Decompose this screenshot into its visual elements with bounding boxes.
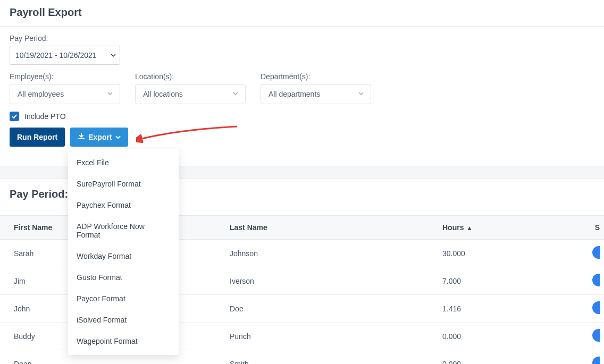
departments-label: Department(s): (261, 72, 371, 81)
cell-action[interactable] (574, 240, 604, 267)
locations-select[interactable]: All locations (135, 84, 246, 104)
action-pill-icon (592, 357, 600, 364)
cell-hours: 30.000 (436, 240, 574, 267)
employees-label: Employee(s): (10, 72, 120, 81)
cell-last-name: Johnson (223, 240, 436, 267)
employees-value: All employees (18, 90, 64, 98)
export-option[interactable]: Excel File (68, 152, 179, 173)
download-icon (78, 133, 85, 142)
action-pill-icon (592, 246, 600, 259)
export-option[interactable]: Gusto Format (68, 267, 179, 288)
export-button[interactable]: Export (70, 128, 128, 147)
pay-period-select[interactable]: 10/19/2021 - 10/26/2021 (10, 46, 120, 65)
action-pill-icon (592, 274, 600, 286)
cell-last-name: Smith (223, 350, 436, 365)
action-pill-icon (592, 329, 600, 342)
include-pto-label: Include PTO (24, 112, 66, 121)
cell-last-name: Doe (223, 295, 436, 323)
export-option[interactable]: SurePayroll Format (68, 173, 179, 194)
cell-hours: 1.416 (436, 295, 574, 323)
run-report-button[interactable]: Run Report (10, 128, 65, 147)
chevron-down-icon (107, 90, 113, 98)
cell-hours: 0.000 (436, 323, 574, 350)
cell-hours: 7.000 (436, 267, 574, 295)
export-option[interactable]: Paychex Format (68, 194, 179, 216)
col-s[interactable]: S (574, 216, 604, 240)
export-label: Export (88, 133, 112, 141)
cell-last-name: Punch (223, 323, 436, 350)
locations-value: All locations (143, 90, 183, 98)
export-dropdown-menu: Excel File SurePayroll Format Paychex Fo… (68, 149, 179, 355)
col-last-name[interactable]: Last Name (223, 216, 436, 240)
page-title: Payroll Export (0, 0, 604, 27)
chevron-down-icon (232, 90, 239, 98)
filter-panel: Pay Period: 10/19/2021 - 10/26/2021 Empl… (0, 27, 604, 150)
cell-action[interactable] (574, 350, 604, 365)
check-icon (11, 113, 18, 120)
action-pill-icon (592, 301, 600, 314)
employees-select[interactable]: All employees (10, 84, 120, 104)
chevron-down-icon (358, 90, 364, 98)
export-option[interactable]: iSolved Format (68, 309, 179, 331)
export-option[interactable]: Paycor Format (68, 288, 179, 309)
col-hours[interactable]: Hours ▴ (436, 216, 574, 240)
export-option[interactable]: ADP Workforce Now Format (68, 216, 179, 246)
cell-action[interactable] (574, 267, 604, 295)
cell-last-name: Iverson (223, 267, 436, 295)
cell-action[interactable] (574, 295, 604, 323)
pay-period-label: Pay Period: (10, 34, 594, 43)
export-option[interactable]: Workday Format (68, 246, 179, 267)
cell-action[interactable] (574, 323, 604, 350)
departments-select[interactable]: All departments (261, 84, 371, 104)
sort-asc-icon: ▴ (468, 224, 471, 232)
departments-value: All departments (269, 90, 320, 98)
export-option[interactable]: Wagepoint Format (68, 331, 179, 352)
chevron-down-icon (115, 133, 121, 141)
locations-label: Location(s): (135, 72, 246, 81)
include-pto-checkbox[interactable] (10, 112, 19, 121)
cell-hours: 0.000 (436, 350, 574, 365)
col-hours-label: Hours (442, 223, 464, 232)
